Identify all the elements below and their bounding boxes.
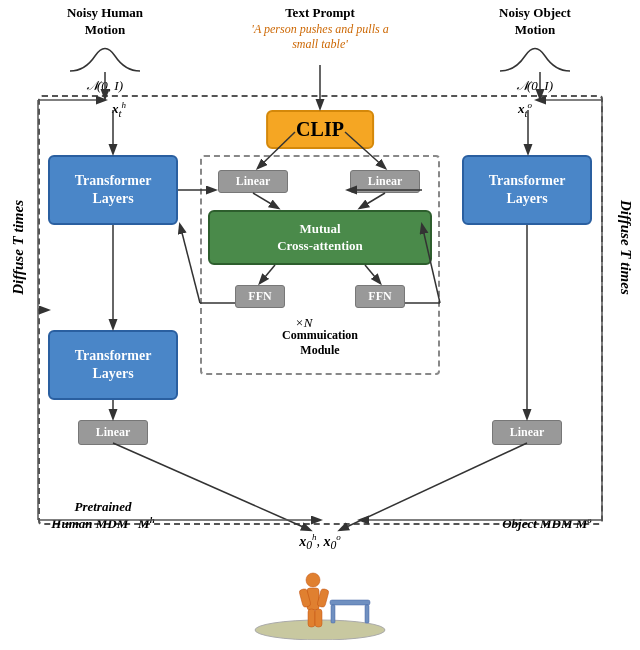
svg-rect-8 — [331, 605, 335, 623]
diagram-container: Diffuse T times Diffuse T times Noisy Hu… — [0, 0, 640, 650]
transformer-left-top: TransformerLayers — [48, 155, 178, 225]
mutual-cross-attention: MutualCross-attention — [208, 210, 432, 265]
prompt-quote: 'A person pushes and pulls a small table… — [240, 22, 400, 53]
ffn-right: FFN — [355, 285, 405, 308]
linear-left: Linear — [218, 170, 288, 193]
svg-rect-9 — [365, 605, 369, 623]
svg-rect-7 — [330, 600, 370, 605]
noisy-object-title: Noisy ObjectMotion — [475, 5, 595, 39]
object-mdm-label: Object MDM Mo — [472, 515, 622, 532]
text-prompt-section: Text Prompt 'A person pushes and pulls a… — [240, 5, 400, 53]
comm-module-label: CommuicationModule — [255, 328, 385, 358]
svg-rect-5 — [308, 609, 315, 627]
bell-curve-object — [495, 41, 575, 76]
diffuse-left-label: Diffuse T times — [10, 200, 27, 295]
linear-bottom-right: Linear — [492, 420, 562, 445]
clip-box: CLIP — [266, 110, 374, 149]
noisy-human-title: Noisy HumanMotion — [45, 5, 165, 39]
person-figure — [245, 545, 395, 640]
linear-bottom-left: Linear — [78, 420, 148, 445]
normal-dist-human: 𝒩(0, I) — [45, 78, 165, 94]
var-object-label: xto — [518, 100, 532, 119]
svg-rect-6 — [315, 609, 322, 627]
svg-point-1 — [306, 573, 320, 587]
noisy-object-section: Noisy ObjectMotion 𝒩(0, I) — [475, 5, 595, 94]
text-prompt-title: Text Prompt — [240, 5, 400, 22]
var-human-label: xth — [112, 100, 126, 119]
transformer-right-top: TransformerLayers — [462, 155, 592, 225]
diffuse-right-label: Diffuse T times — [617, 200, 634, 295]
human-mdm-label: PretrainedHuman MDM Mh — [28, 499, 178, 532]
linear-right: Linear — [350, 170, 420, 193]
transformer-left-bottom: TransformerLayers — [48, 330, 178, 400]
ffn-left: FFN — [235, 285, 285, 308]
bell-curve-human — [65, 41, 145, 76]
normal-dist-object: 𝒩(0, I) — [475, 78, 595, 94]
noisy-human-section: Noisy HumanMotion 𝒩(0, I) — [45, 5, 165, 94]
